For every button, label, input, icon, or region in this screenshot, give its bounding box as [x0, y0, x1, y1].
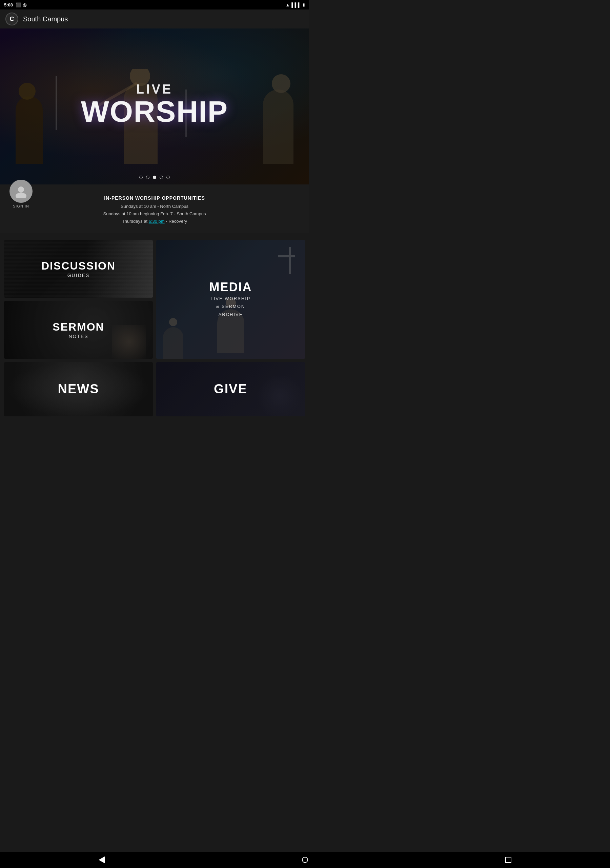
sermon-notes-card[interactable]: SERMON NOTES [4, 301, 153, 359]
discussion-main-label: DISCUSSION [41, 260, 116, 272]
status-bar: 5:08 ⬛ ◎ ▲ ▌▌▌ ▮ [0, 0, 309, 9]
avatar [9, 180, 33, 203]
discussion-guides-card[interactable]: DISCUSSION GUIDES [4, 240, 153, 298]
worship-info-line-1: Sundays at 10 am - North Campus [5, 203, 303, 210]
location-icon: ◎ [23, 2, 26, 8]
carousel-dot-2[interactable] [146, 176, 149, 179]
app-title: South Campus [23, 15, 68, 23]
hero-text-block: LIVE WORSHIP [15, 82, 294, 127]
hero-banner: LIVE WORSHIP [0, 28, 309, 184]
news-content: NEWS [4, 362, 153, 416]
svg-point-1 [15, 192, 26, 198]
carousel-dot-1[interactable] [139, 176, 142, 179]
sign-in-label: SIGN IN [13, 204, 29, 208]
worship-info-line-2: Sundays at 10 am beginning Feb. 7 - Sout… [5, 210, 303, 218]
recording-icon: ⬛ [15, 2, 21, 8]
status-time: 5:08 ⬛ ◎ [4, 2, 26, 8]
svg-point-0 [18, 186, 24, 192]
media-card[interactable]: MEDIA LIVE WORSHIP& SERMONARCHIVE [156, 240, 305, 359]
give-main-label: GIVE [214, 382, 248, 396]
info-section: SIGN IN IN-PERSON WORSHIP OPPORTUNITIES … [0, 184, 309, 233]
recovery-link[interactable]: 6:30 pm [149, 219, 165, 224]
sermon-sub-label: NOTES [68, 334, 88, 339]
news-main-label: NEWS [58, 382, 99, 396]
sermon-content: SERMON NOTES [4, 301, 153, 359]
worship-info-title: IN-PERSON WORSHIP OPPORTUNITIES [5, 195, 303, 201]
media-content: MEDIA LIVE WORSHIP& SERMONARCHIVE [156, 240, 305, 359]
worship-info-line-3: Thursdays at 6:30 pm - Recovery [5, 218, 303, 225]
grid-section: DISCUSSION GUIDES MEDIA LIVE WORSHIP& SE… [0, 233, 309, 423]
discussion-content: DISCUSSION GUIDES [4, 240, 153, 298]
carousel-dot-5[interactable] [166, 176, 170, 179]
news-card[interactable]: NEWS [4, 362, 153, 416]
carousel-dots [139, 176, 170, 179]
wifi-icon: ▲ [285, 2, 290, 8]
carousel-dot-3[interactable] [153, 176, 156, 179]
status-left-icons: ⬛ ◎ [15, 2, 26, 8]
app-logo[interactable]: C [5, 12, 18, 25]
worship-info: IN-PERSON WORSHIP OPPORTUNITIES Sundays … [5, 194, 303, 228]
sermon-main-label: SERMON [53, 321, 104, 333]
status-right-icons: ▲ ▌▌▌ ▮ [285, 2, 305, 8]
media-sub-label: LIVE WORSHIP& SERMONARCHIVE [211, 294, 251, 318]
carousel-dot-4[interactable] [159, 176, 163, 179]
hero-worship-text: WORSHIP [15, 97, 294, 127]
user-icon [14, 184, 28, 198]
signal-icon: ▌▌▌ [291, 2, 301, 8]
give-card[interactable]: GIVE [156, 362, 305, 416]
sign-in-button[interactable]: SIGN IN [9, 180, 33, 208]
discussion-sub-label: GUIDES [67, 273, 90, 278]
battery-icon: ▮ [303, 2, 305, 7]
app-bar: C South Campus [0, 9, 309, 28]
give-content: GIVE [156, 362, 305, 416]
media-main-label: MEDIA [209, 281, 252, 294]
